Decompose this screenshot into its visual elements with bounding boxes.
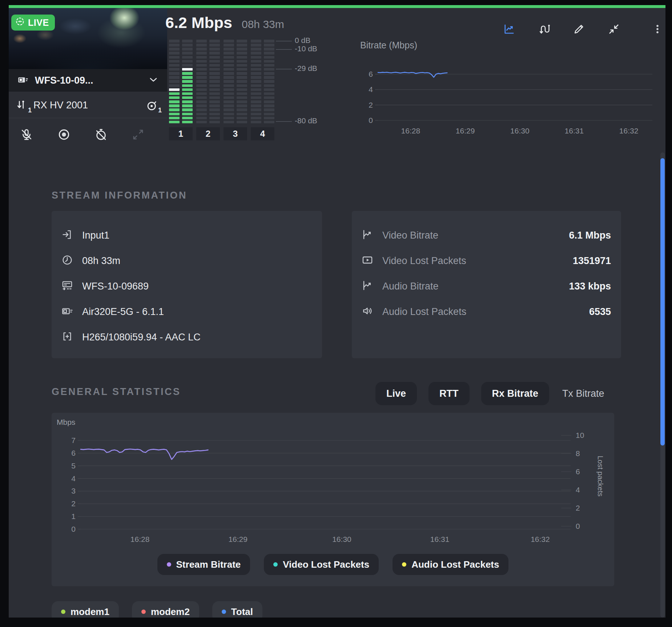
timer-off-icon[interactable] bbox=[94, 128, 108, 143]
live-transmission-icon bbox=[15, 16, 25, 29]
kebab-menu-icon[interactable] bbox=[649, 21, 665, 37]
stream-detail-text: H265/1080i59.94 - AAC LC bbox=[82, 332, 201, 343]
audio-channel-label: 4 bbox=[251, 127, 274, 140]
receiver-name: RX HV 2001 bbox=[33, 100, 88, 111]
audio-channel-label: 3 bbox=[224, 127, 247, 140]
stream-stat-row: Video Bitrate6.1 Mbps bbox=[361, 223, 611, 248]
device-name: WFS-10-09... bbox=[35, 75, 93, 86]
audio-meter-bar bbox=[196, 40, 207, 123]
legend-item[interactable]: Stream Bitrate bbox=[157, 554, 250, 575]
svg-text:16:29: 16:29 bbox=[228, 535, 248, 543]
video-icon bbox=[361, 254, 374, 268]
legend-item[interactable]: Video Lost Packets bbox=[264, 554, 379, 575]
bitrate-chart-icon bbox=[361, 228, 374, 242]
svg-text:16:32: 16:32 bbox=[531, 535, 550, 543]
audio-meter-bar bbox=[169, 40, 180, 123]
db-tick-label: -29 dB bbox=[295, 64, 317, 73]
video-preview-thumbnail[interactable]: LIVE bbox=[9, 8, 167, 69]
interface-count-badge: 1 bbox=[28, 107, 32, 114]
expand-icon[interactable] bbox=[132, 128, 145, 143]
camera-device-icon bbox=[61, 305, 73, 319]
stream-stat-label: Audio Lost Packets bbox=[382, 306, 466, 318]
filter-tx-bitrate[interactable]: Tx Bitrate bbox=[561, 382, 606, 405]
modem-color-dot bbox=[222, 610, 226, 614]
stream-stat-row: Audio Bitrate133 kbps bbox=[361, 273, 611, 299]
chart-view-icon[interactable] bbox=[501, 21, 517, 37]
db-scale: 0 dB-10 dB-29 dB-80 dB bbox=[276, 5, 334, 151]
modem-label: modem2 bbox=[151, 606, 190, 618]
modem-color-dot bbox=[141, 610, 146, 614]
stream-stat-value: 6535 bbox=[589, 306, 611, 318]
audio-meter-bar bbox=[251, 40, 261, 123]
audio-meter-bar bbox=[224, 40, 234, 123]
stream-detail-text: Input1 bbox=[82, 230, 109, 241]
device-selector[interactable]: WFS-10-09... bbox=[9, 69, 167, 92]
modem-legend-item[interactable]: modem2 bbox=[132, 601, 199, 618]
scrollbar-thumb[interactable] bbox=[660, 158, 665, 446]
svg-text:16:28: 16:28 bbox=[401, 127, 420, 135]
bitrate-chart-icon bbox=[361, 279, 374, 293]
codec-icon bbox=[61, 330, 73, 344]
svg-text:0: 0 bbox=[71, 525, 76, 533]
stream-stat-label: Audio Bitrate bbox=[382, 281, 439, 292]
filter-rx-bitrate[interactable]: Rx Bitrate bbox=[481, 382, 550, 405]
chart-legend: Stream BitrateVideo Lost PacketsAudio Lo… bbox=[52, 554, 614, 575]
svg-text:16:29: 16:29 bbox=[456, 127, 475, 135]
tally-eye-icon[interactable]: 1 bbox=[145, 99, 158, 112]
stream-detail-text: Air320E-5G - 6.1.1 bbox=[82, 306, 164, 318]
filter-live[interactable]: Live bbox=[375, 382, 417, 405]
edit-pencil-icon[interactable] bbox=[571, 21, 587, 37]
general-statistics-title: GENERAL STATISTICS bbox=[52, 386, 181, 398]
live-badge-label: LIVE bbox=[28, 17, 49, 28]
svg-text:16:30: 16:30 bbox=[510, 127, 530, 135]
audio-route-icon[interactable] bbox=[536, 21, 552, 37]
svg-text:4: 4 bbox=[576, 486, 580, 494]
bitrate-summary: 6.2 Mbps 08h 33m bbox=[165, 14, 284, 32]
stream-stats-panel: Video Bitrate6.1 MbpsVideo Lost Packets1… bbox=[352, 211, 621, 358]
modem-legend: modem1modem2Total bbox=[52, 601, 262, 618]
stream-stat-row: Video Lost Packets1351971 bbox=[361, 248, 611, 273]
stream-detail-row: Air320E-5G - 6.1.1 bbox=[61, 299, 312, 324]
db-tick bbox=[276, 69, 292, 69]
db-tick-label: 0 dB bbox=[295, 36, 310, 45]
current-bitrate: 6.2 Mbps bbox=[165, 14, 232, 32]
stream-detail-row: WFS-10-09689 bbox=[61, 273, 312, 299]
stream-stat-label: Video Bitrate bbox=[382, 230, 438, 241]
receiver-row: 1 RX HV 2001 1 bbox=[9, 93, 167, 118]
db-tick bbox=[276, 41, 292, 41]
db-tick-label: -10 dB bbox=[295, 44, 317, 53]
stream-information-title: STREAM INFORMATION bbox=[52, 190, 187, 201]
live-status-badge: LIVE bbox=[11, 15, 55, 31]
audio-meter-bar bbox=[182, 40, 193, 123]
audio-meter-bar bbox=[209, 40, 220, 123]
svg-text:16:31: 16:31 bbox=[430, 535, 450, 543]
camera-device-icon bbox=[17, 73, 29, 87]
db-tick bbox=[276, 121, 292, 122]
record-icon[interactable] bbox=[57, 128, 71, 143]
modem-color-dot bbox=[61, 610, 65, 614]
collapse-icon[interactable] bbox=[606, 21, 622, 37]
mic-off-icon[interactable] bbox=[20, 128, 33, 143]
svg-text:8: 8 bbox=[576, 449, 580, 458]
svg-text:10: 10 bbox=[576, 431, 584, 439]
modem-legend-item[interactable]: Total bbox=[212, 601, 262, 618]
audio-meter-channel: 1 bbox=[169, 40, 193, 140]
modem-legend-item[interactable]: modem1 bbox=[52, 601, 119, 618]
svg-text:16:32: 16:32 bbox=[619, 127, 639, 135]
chevron-down-icon[interactable] bbox=[148, 74, 159, 87]
legend-color-dot bbox=[167, 562, 171, 567]
svg-text:6: 6 bbox=[71, 449, 76, 457]
stream-stat-value: 133 kbps bbox=[569, 281, 611, 292]
audio-meter-channel: 4 bbox=[251, 40, 274, 140]
legend-label: Audio Lost Packets bbox=[411, 559, 499, 570]
clock-icon bbox=[61, 254, 73, 268]
legend-item[interactable]: Audio Lost Packets bbox=[393, 554, 508, 575]
filter-rtt[interactable]: RTT bbox=[428, 382, 469, 405]
general-statistics-panel: Mbps Lost packets 01234567024681016:2816… bbox=[52, 413, 614, 586]
svg-text:16:28: 16:28 bbox=[130, 535, 150, 543]
stream-stat-label: Video Lost Packets bbox=[382, 255, 466, 267]
audio-meter-bar bbox=[237, 40, 247, 123]
svg-text:2: 2 bbox=[71, 499, 76, 508]
audio-channel-label: 1 bbox=[169, 127, 193, 140]
svg-text:5: 5 bbox=[71, 462, 76, 470]
